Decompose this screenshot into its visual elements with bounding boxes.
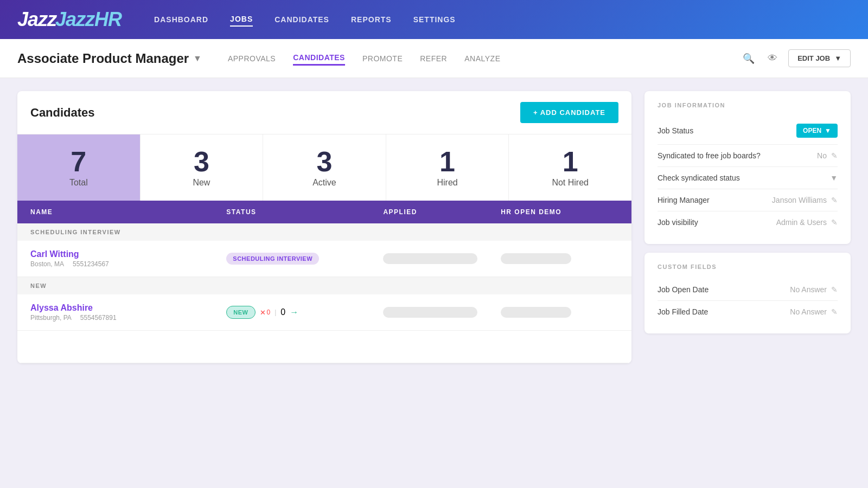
tab-promote[interactable]: PROMOTE xyxy=(362,52,403,65)
sub-nav-items: APPROVALS CANDIDATES PROMOTE REFER ANALY… xyxy=(228,51,741,66)
hiring-manager-name: Janson Williams xyxy=(772,196,827,204)
candidate-name-col: Carl Witting Boston, MA 5551234567 xyxy=(30,249,226,268)
candidate-phone-alyssa: 5554567891 xyxy=(80,314,117,322)
score-num-value: 0 xyxy=(280,307,285,317)
add-candidate-button[interactable]: + ADD CANDIDATE xyxy=(520,102,618,123)
job-status-value: OPEN xyxy=(803,127,821,134)
score-arrow-icon: → xyxy=(290,307,298,317)
preview-icon[interactable]: 👁 xyxy=(765,50,780,66)
empty-row xyxy=(17,331,631,363)
tab-approvals[interactable]: APPROVALS xyxy=(228,52,276,65)
hiring-manager-row: Hiring Manager Janson Williams ✎ xyxy=(658,189,838,211)
logo[interactable]: JazzJazzHR xyxy=(17,8,122,31)
logo-jazz: Jazz xyxy=(17,8,56,31)
table-row: Carl Witting Boston, MA 5551234567 SCHED… xyxy=(17,241,631,277)
stat-not-hired-number: 1 xyxy=(518,147,623,176)
job-visibility-label: Job visibility xyxy=(658,218,698,227)
score-x-icon: ✕ 0 xyxy=(260,309,271,317)
score-x-value: 0 xyxy=(267,309,271,316)
sub-nav-actions: 🔍 👁 EDIT JOB ▼ xyxy=(741,49,851,67)
stat-total-number: 7 xyxy=(26,147,131,176)
status-badge-new: NEW xyxy=(226,306,255,319)
col-applied: APPLIED xyxy=(383,208,501,216)
candidate-name-carl[interactable]: Carl Witting xyxy=(30,249,226,259)
job-filled-date-label: Job Filled Date xyxy=(658,307,708,316)
stat-active-number: 3 xyxy=(272,147,377,176)
nav-settings[interactable]: SETTINGS xyxy=(413,13,456,26)
check-syndicated-label: Check syndicated status xyxy=(658,174,740,182)
candidates-header: Candidates + ADD CANDIDATE xyxy=(17,91,631,134)
nav-dashboard[interactable]: DASHBOARD xyxy=(154,13,208,26)
job-open-date-value: No Answer ✎ xyxy=(790,285,838,294)
group-header-new: NEW xyxy=(17,277,631,294)
stat-new-number: 3 xyxy=(149,147,254,176)
candidate-hr-col-alyssa xyxy=(501,307,618,318)
col-name: NAME xyxy=(30,208,226,216)
syndicated-edit-icon[interactable]: ✎ xyxy=(831,151,838,160)
candidate-status-col-carl: SCHEDULING INTERVIEW xyxy=(226,253,383,265)
job-information-title: JOB INFORMATION xyxy=(658,102,838,108)
job-open-date-text: No Answer xyxy=(790,285,827,294)
stat-hired[interactable]: 1 Hired xyxy=(386,134,509,201)
table-row: Alyssa Abshire Pittsburgh, PA 5554567891… xyxy=(17,294,631,331)
job-status-chevron-icon: ▼ xyxy=(825,127,831,134)
tab-candidates[interactable]: CANDIDATES xyxy=(293,51,345,66)
candidate-name-alyssa[interactable]: Alyssa Abshire xyxy=(30,303,226,313)
job-open-date-edit-icon[interactable]: ✎ xyxy=(831,285,838,294)
tab-analyze[interactable]: ANALYZE xyxy=(464,52,500,65)
tab-refer[interactable]: REFER xyxy=(420,52,447,65)
stat-not-hired-label: Not Hired xyxy=(518,178,623,188)
stat-active-label: Active xyxy=(272,178,377,188)
stat-new-label: New xyxy=(149,178,254,188)
job-information-section: JOB INFORMATION Job Status OPEN ▼ Syndic… xyxy=(644,91,851,244)
job-visibility-row: Job visibility Admin & Users ✎ xyxy=(658,211,838,233)
stat-hired-label: Hired xyxy=(395,178,500,188)
stat-hired-number: 1 xyxy=(395,147,500,176)
job-filled-date-row: Job Filled Date No Answer ✎ xyxy=(658,301,838,323)
syndicated-value: No ✎ xyxy=(817,151,838,160)
group-header-scheduling: SCHEDULING INTERVIEW xyxy=(17,223,631,241)
job-filled-date-value: No Answer ✎ xyxy=(790,307,838,316)
job-title-chevron-icon[interactable]: ▼ xyxy=(193,54,202,63)
check-syndicated-row[interactable]: Check syndicated status ▼ xyxy=(658,167,838,189)
job-filled-date-text: No Answer xyxy=(790,307,827,316)
stat-active[interactable]: 3 Active xyxy=(263,134,386,201)
job-status-row: Job Status OPEN ▼ xyxy=(658,117,838,145)
stat-total-label: Total xyxy=(26,178,131,188)
right-panel: JOB INFORMATION Job Status OPEN ▼ Syndic… xyxy=(644,91,851,363)
stat-not-hired[interactable]: 1 Not Hired xyxy=(509,134,631,201)
hr-skeleton xyxy=(501,253,571,264)
candidate-status-col-alyssa: NEW ✕ 0 | 0 → xyxy=(226,306,383,319)
job-visibility-value: Admin & Users ✎ xyxy=(776,218,838,227)
candidates-panel: Candidates + ADD CANDIDATE 7 Total 3 New… xyxy=(17,91,631,363)
edit-job-chevron-icon: ▼ xyxy=(834,54,841,62)
nav-jobs[interactable]: JOBS xyxy=(230,12,253,27)
job-filled-date-edit-icon[interactable]: ✎ xyxy=(831,307,838,316)
candidate-phone-carl: 5551234567 xyxy=(73,260,109,268)
hiring-manager-label: Hiring Manager xyxy=(658,196,710,204)
nav-reports[interactable]: REPORTS xyxy=(351,13,392,26)
check-syndicated-chevron-icon: ▼ xyxy=(830,174,838,182)
candidate-applied-col-alyssa xyxy=(383,307,501,318)
job-title-area: Associate Product Manager ▼ xyxy=(17,51,202,66)
candidate-location-carl: Boston, MA xyxy=(30,260,63,268)
status-badge-scheduling: SCHEDULING INTERVIEW xyxy=(226,253,319,265)
stat-total[interactable]: 7 Total xyxy=(17,134,141,201)
main-content: Candidates + ADD CANDIDATE 7 Total 3 New… xyxy=(0,78,868,376)
hiring-manager-edit-icon[interactable]: ✎ xyxy=(831,196,838,204)
nav-candidates[interactable]: CANDIDATES xyxy=(275,13,329,26)
syndicated-label: Syndicated to free job boards? xyxy=(658,151,761,160)
edit-job-label: EDIT JOB xyxy=(797,54,830,62)
stat-new[interactable]: 3 New xyxy=(141,134,264,201)
applied-skeleton xyxy=(383,253,477,264)
edit-job-button[interactable]: EDIT JOB ▼ xyxy=(788,49,851,67)
top-navigation: JazzJazzHR DASHBOARD JOBS CANDIDATES REP… xyxy=(0,0,868,39)
custom-fields-section: CUSTOM FIELDS Job Open Date No Answer ✎ … xyxy=(644,253,851,333)
job-status-button[interactable]: OPEN ▼ xyxy=(796,124,838,138)
job-title: Associate Product Manager xyxy=(17,51,189,66)
job-status-label: Job Status xyxy=(658,126,693,135)
candidate-location-alyssa: Pittsburgh, PA xyxy=(30,314,71,322)
job-visibility-edit-icon[interactable]: ✎ xyxy=(831,218,838,227)
search-icon[interactable]: 🔍 xyxy=(741,50,757,67)
col-hr-open-demo: HR OPEN DEMO xyxy=(501,208,618,216)
